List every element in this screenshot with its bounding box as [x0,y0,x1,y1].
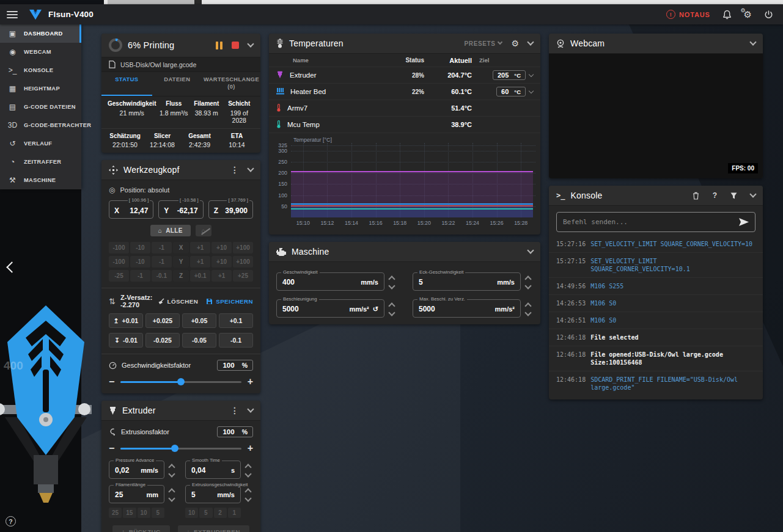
tab-warteschlange[interactable]: WARTESCHLANGE(0) [202,72,260,96]
jog-button[interactable]: -100 [109,242,129,253]
console-command-input[interactable] [563,218,739,226]
preset-button[interactable]: 10 [185,508,198,518]
sidebar-item-g-code-dateien[interactable]: ▤G-CODE DATEIEN [0,98,81,116]
z-offset-button[interactable]: -0.1 [219,333,253,348]
target-dropdown-icon[interactable] [529,88,534,93]
speed-factor-input[interactable]: 100 % [217,360,253,371]
axis-input-y[interactable]: [ -10.58 ]Y-62,17 [158,200,203,219]
collapse-chevron-icon[interactable] [247,40,254,47]
sidebar-item-heightmap[interactable]: ▦HEIGHTMAP [0,79,81,98]
sidebar-item-konsole[interactable]: >_KONSOLE [0,61,81,79]
jog-button[interactable]: +100 [233,256,253,268]
help-button[interactable]: ? [6,516,16,527]
sidebar-item-verlauf[interactable]: ↺VERLAUF [0,134,81,153]
filter-icon[interactable] [730,192,737,199]
axis-input-z[interactable]: [ 37.769 ]Z39,900 [208,200,253,219]
sidebar-item-webcam[interactable]: ◉WEBCAM [0,43,81,61]
axis-input-x[interactable]: [ 100.96 ]X12,47 [109,200,153,219]
jog-button[interactable]: -10 [130,256,150,268]
sidebar-item-maschine[interactable]: ⚒MASCHINE [0,171,81,189]
stepper-up-icon[interactable] [244,488,251,495]
z-offset-button[interactable]: +0.025 [145,313,180,328]
tab-status[interactable]: STATUS [101,72,152,96]
jog-button[interactable]: +25 [233,270,253,282]
preset-button[interactable]: 5 [152,508,164,518]
gear-icon[interactable]: ⚙ [511,38,519,48]
z-offset-button[interactable]: -0.025 [145,333,180,348]
extrusion-factor-input[interactable]: 100 % [217,426,253,437]
z-offset-button[interactable]: +0.1 [219,313,253,328]
extrusion-factor-decrease[interactable]: − [109,443,114,453]
stepper-up-icon[interactable] [388,302,395,309]
preset-button[interactable]: 1 [228,508,241,518]
field-input[interactable]: Geschwindigkeit400mm/s [276,272,384,291]
reset-icon[interactable]: ↺ [373,305,378,313]
stepper-down-icon[interactable] [168,495,175,501]
motors-off-button[interactable]: ⌂ [196,225,211,236]
jog-button[interactable]: +10 [211,242,232,253]
extrusion-factor-increase[interactable]: + [248,443,253,453]
stepper-up-icon[interactable] [244,464,251,470]
field-input[interactable]: Beschleunigung5000mm/s² ↺ [276,299,384,318]
collapse-chevron-icon[interactable] [749,38,756,45]
preset-button[interactable]: 2 [214,508,227,518]
menu-icon[interactable] [7,11,18,18]
tab-dateien[interactable]: DATEIEN [152,72,203,96]
stepper-down-icon[interactable] [244,495,251,501]
target-temp-input[interactable]: 205°C [493,70,526,80]
collapse-chevron-icon[interactable] [527,38,534,45]
jog-button[interactable]: +10 [211,256,232,268]
menu-dots-icon[interactable]: ⋮ [230,406,239,415]
stepper-down-icon[interactable] [524,309,531,316]
collapse-chevron-icon[interactable] [527,247,534,253]
jog-button[interactable]: -1 [152,256,172,268]
stepper-up-icon[interactable] [388,275,395,282]
stepper-down-icon[interactable] [244,470,251,477]
field-input[interactable]: Smooth Time0,04s [185,461,241,479]
z-offset-save-button[interactable]: SPEICHERN [206,298,253,305]
home-all-button[interactable]: ⌂ ALLE [150,225,191,236]
jog-button[interactable]: -0.1 [152,270,172,282]
power-icon[interactable] [764,10,773,20]
jog-button[interactable]: -25 [109,270,129,282]
stepper-down-icon[interactable] [168,470,175,477]
stop-print-button[interactable] [232,42,239,49]
collapse-chevron-icon[interactable] [749,191,756,197]
emergency-stop-button[interactable]: ! NOTAUS [666,10,710,19]
command-help-icon[interactable]: ? [713,191,717,200]
field-input[interactable]: Extrusionsgeschwindigkeit5mm/s [185,485,241,503]
speed-factor-increase[interactable]: + [248,377,253,387]
field-input[interactable]: Pressure Advance0,02mm/s [109,461,164,479]
settings-cogs-icon[interactable]: ⚙⚙ [744,10,752,19]
stepper-up-icon[interactable] [168,464,175,470]
target-temp-input[interactable]: 60°C [496,87,526,97]
jog-button[interactable]: +1 [190,242,210,253]
stepper-up-icon[interactable] [524,302,531,309]
jog-button[interactable]: -10 [130,242,150,253]
menu-dots-icon[interactable]: ⋮ [230,166,239,174]
jog-button[interactable]: -100 [109,256,129,268]
field-input[interactable]: Filamentlänge25mm [109,485,164,503]
collapse-chevron-icon[interactable] [247,406,254,413]
retract-button[interactable]: ↑ RÜCKZUG [112,525,170,532]
z-offset-clear-button[interactable]: LÖSCHEN [158,298,199,305]
preset-button[interactable]: 10 [138,508,150,518]
collapse-chevron-icon[interactable] [247,166,254,172]
stepper-down-icon[interactable] [524,282,531,289]
preset-button[interactable]: 15 [123,508,136,518]
jog-button[interactable]: +1 [211,270,232,282]
send-icon[interactable] [739,218,749,226]
stepper-down-icon[interactable] [388,309,395,316]
preset-button[interactable]: 5 [199,508,212,518]
clear-console-icon[interactable] [693,192,699,200]
z-offset-button[interactable]: +0.05 [182,313,216,328]
z-offset-button[interactable]: ↧-0.01 [109,333,143,348]
stepper-up-icon[interactable] [168,488,175,495]
pause-print-button[interactable] [216,42,222,49]
sidebar-item-g-code-betrachter[interactable]: 3DG-CODE-BETRACHTER [0,116,81,134]
extrude-button[interactable]: ↓ EXTRUDIEREN [178,525,249,532]
speed-factor-decrease[interactable]: − [109,377,114,387]
jog-button[interactable]: +100 [233,242,253,253]
target-dropdown-icon[interactable] [529,71,534,76]
sidebar-item-dashboard[interactable]: ▣DASHBOARD [0,24,81,43]
